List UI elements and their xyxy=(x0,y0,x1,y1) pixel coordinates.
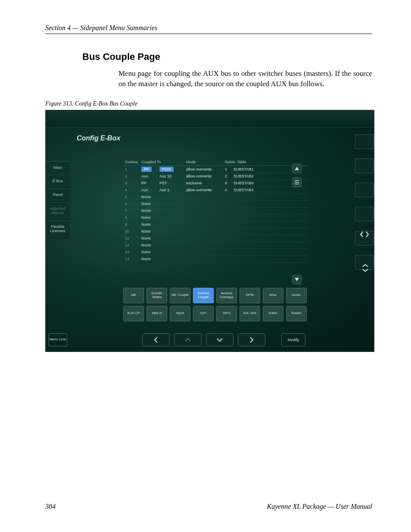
table-row[interactable]: 9None xyxy=(123,221,308,228)
figure-caption: Figure 313. Config E-Box Bus Couple xyxy=(45,100,372,107)
table-row[interactable]: 3PPPSTexclusive9SUBSTAB9 xyxy=(123,180,308,187)
menu-lock-button[interactable]: Menu Lock xyxy=(48,333,67,346)
nav-main[interactable]: Main xyxy=(46,161,70,175)
scroll-down-button[interactable] xyxy=(292,275,302,284)
function-button[interactable]: Ext. Dve xyxy=(240,306,260,321)
modify-button[interactable]: Modify xyxy=(281,333,305,346)
nav-attached-macros[interactable]: Attached Macros xyxy=(46,202,70,220)
function-button[interactable]: Editor xyxy=(263,306,283,321)
col-auxbus: Auxbus xyxy=(123,159,140,166)
table-row[interactable]: 12None xyxy=(123,242,308,249)
table-row[interactable]: 6None xyxy=(123,200,308,207)
table-row[interactable]: 11None xyxy=(123,235,308,242)
section-header: Section 4 — Sidepanel Menu Summaries xyxy=(45,24,372,34)
nav-next-button[interactable] xyxy=(238,333,265,346)
function-button[interactable]: Input xyxy=(170,306,190,321)
left-right-arrows-icon xyxy=(360,231,369,240)
knob-slot-4[interactable] xyxy=(355,207,374,221)
scroll-list-icon[interactable] xyxy=(292,177,302,187)
function-button[interactable]: Substit. Tables xyxy=(146,288,167,303)
nav-ebox[interactable]: E-Box xyxy=(46,174,70,188)
knob-slot-2[interactable] xyxy=(355,159,374,173)
function-button[interactable]: GPO xyxy=(216,306,237,321)
function-button[interactable]: ME xyxy=(123,288,144,303)
nav-flexible-licenses[interactable]: Flexible Licenses xyxy=(46,220,70,238)
table-row[interactable]: 4AuxAux 1allow overwrite4SUBSTAB4 xyxy=(123,187,308,193)
function-button[interactable]: DPM xyxy=(240,288,260,303)
up-down-arrows-icon xyxy=(361,264,369,274)
page-number: 384 xyxy=(45,503,56,510)
svg-marker-4 xyxy=(295,278,299,281)
function-button-grid: MESubstit. TablesME CoupleAuxbus CoupleA… xyxy=(123,288,307,321)
function-button[interactable]: Audio xyxy=(286,288,307,303)
table-row[interactable]: 7None xyxy=(123,207,308,214)
nav-panel[interactable]: Panel xyxy=(46,188,70,202)
function-button[interactable]: Auxbus Couple xyxy=(193,288,214,303)
left-nav: Main E-Box Panel Attached Macros Flexibl… xyxy=(46,161,70,238)
page-title: Bus Couple Page xyxy=(82,51,372,62)
window-top-bar xyxy=(46,110,374,128)
table-row[interactable]: 10None xyxy=(123,228,308,235)
function-button[interactable]: ME Couple xyxy=(170,288,190,303)
document-title: Kayenne XL Package — User Manual xyxy=(267,503,372,510)
bottom-nav: Menu Lock Modify xyxy=(46,333,374,350)
knob-slot-1[interactable] xyxy=(355,134,374,149)
table-row[interactable]: 13None xyxy=(123,249,308,255)
function-button[interactable]: AUX CP xyxy=(123,306,144,321)
function-button[interactable]: Tally In xyxy=(146,306,167,321)
nav-prev-button[interactable] xyxy=(142,333,170,346)
function-button[interactable]: Router xyxy=(286,306,307,321)
nav-down-button[interactable] xyxy=(206,333,234,346)
panel-title: Config E-Box xyxy=(77,134,120,142)
table-row[interactable]: 5None xyxy=(123,193,308,200)
table-row[interactable]: 14None xyxy=(123,255,308,262)
col-mode: Mode xyxy=(184,159,223,166)
nav-up-button[interactable] xyxy=(174,333,202,346)
knob-slot-3[interactable] xyxy=(355,183,374,197)
intro-paragraph: Menu page for coupling the AUX bus to ot… xyxy=(118,68,372,89)
svg-marker-0 xyxy=(295,167,299,170)
function-button[interactable]: Auxbus Overlays xyxy=(216,288,237,303)
function-button[interactable]: Misc xyxy=(263,288,283,303)
bus-couple-table: Auxbus Coupled To Mode Subst. Table 1PPP… xyxy=(123,159,308,263)
table-row[interactable]: 1PPPGMallow overwrite1SUBSTAB1 xyxy=(123,165,308,173)
function-button[interactable]: GPI xyxy=(193,306,214,321)
table-row[interactable]: 8None xyxy=(123,214,308,221)
page-footer: 384 Kayenne XL Package — User Manual xyxy=(45,503,372,510)
scroll-up-button[interactable] xyxy=(292,164,302,173)
col-coupled-to: Coupled To xyxy=(140,159,184,166)
screenshot-panel: Config E-Box Main E-Box Panel Attached M… xyxy=(45,110,374,352)
right-knob-strip xyxy=(355,134,374,279)
table-row[interactable]: 2AuxAux 10allow overwrite2SUBSTAB2 xyxy=(123,173,308,180)
